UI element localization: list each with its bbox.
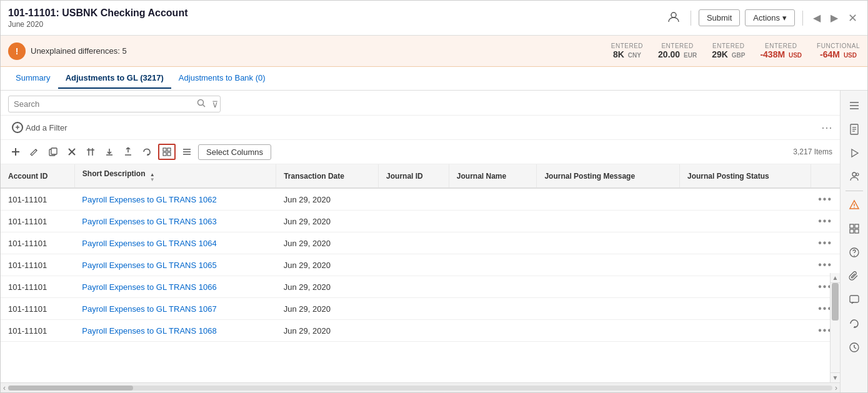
sort-down-icon: ▼ <box>150 177 155 182</box>
cell-row-actions[interactable]: ••• <box>811 211 840 232</box>
column-manage-button[interactable] <box>83 145 98 159</box>
alert-content: ! Unexplained differences: 5 <box>8 42 127 60</box>
metric-usd-functional: FUNCTIONAL -64M USD <box>817 42 860 59</box>
table-row: 101-11101Payroll Expenses to GL TRANS 10… <box>1 188 840 211</box>
tab-summary[interactable]: Summary <box>8 68 58 89</box>
sidebar-grid-settings-icon-btn[interactable] <box>844 219 864 239</box>
cell-account-id: 101-11101 <box>1 188 74 211</box>
right-sidebar <box>840 91 867 392</box>
add-button[interactable] <box>8 145 23 159</box>
vscroll-area: ▲ ▼ <box>830 273 840 382</box>
sidebar-alert-icon-btn[interactable] <box>844 195 864 215</box>
table-row: 101-11101Payroll Expenses to GL TRANS 10… <box>1 276 840 298</box>
filter-icon-button[interactable]: ⊽ <box>212 99 218 109</box>
svg-point-1 <box>198 100 204 106</box>
col-journal-posting-status[interactable]: Journal Posting Status <box>679 164 811 188</box>
submit-button[interactable]: Submit <box>699 9 740 26</box>
cell-short-desc[interactable]: Payroll Expenses to GL TRANS 1063 <box>74 211 276 232</box>
vscroll-track <box>831 283 840 372</box>
svg-rect-15 <box>163 148 166 151</box>
col-transaction-date[interactable]: Transaction Date <box>276 164 379 188</box>
grid-view-active-button[interactable] <box>158 144 176 160</box>
sidebar-play-icon-btn[interactable] <box>844 143 864 163</box>
sidebar-comment-icon-btn[interactable] <box>844 290 864 310</box>
tabs-bar: Summary Adjustments to GL (3217) Adjustm… <box>1 67 867 91</box>
cell-row-actions[interactable]: ••• <box>811 232 840 254</box>
cell-journal-id <box>379 188 449 211</box>
sidebar-attachment-icon-btn[interactable] <box>844 266 864 286</box>
import-button[interactable] <box>102 145 117 159</box>
cell-journal-posting-status <box>679 188 811 211</box>
list-view-button[interactable] <box>179 145 194 159</box>
sidebar-help-icon-btn[interactable] <box>844 242 864 262</box>
header-divider-2 <box>802 11 803 26</box>
table-scroll[interactable]: Account ID Short Description ▲ ▼ <box>1 164 840 382</box>
filter-more-icon[interactable]: ⋯ <box>821 121 832 134</box>
scroll-down-arrow[interactable]: ▼ <box>831 372 840 382</box>
refresh-button[interactable] <box>139 145 154 159</box>
scroll-up-arrow[interactable]: ▲ <box>831 273 840 283</box>
table-row: 101-11101Payroll Expenses to GL TRANS 10… <box>1 254 840 276</box>
edit-button[interactable] <box>27 145 42 159</box>
sidebar-list-icon-btn[interactable] <box>844 96 864 116</box>
cell-journal-id <box>379 232 449 254</box>
cell-short-desc[interactable]: Payroll Expenses to GL TRANS 1068 <box>74 320 276 342</box>
actions-button[interactable]: Actions ▾ <box>745 9 795 26</box>
export-button[interactable] <box>121 145 136 159</box>
delete-button[interactable] <box>64 145 79 159</box>
metric-usd-entered: ENTERED -438M USD <box>760 42 802 59</box>
hscroll-thumb[interactable] <box>8 386 133 391</box>
sidebar-refresh-icon-btn[interactable] <box>844 314 864 334</box>
cell-account-id: 101-11101 <box>1 211 74 232</box>
cell-short-desc[interactable]: Payroll Expenses to GL TRANS 1067 <box>74 298 276 320</box>
svg-rect-40 <box>850 296 859 302</box>
actions-chevron-icon: ▾ <box>782 13 787 22</box>
scroll-left-arrow[interactable]: ‹ <box>3 384 6 392</box>
page-title: 101-11101: USBNK Checking Account <box>8 7 188 19</box>
svg-rect-34 <box>850 224 854 228</box>
cell-short-desc[interactable]: Payroll Expenses to GL TRANS 1064 <box>74 232 276 254</box>
add-filter-plus-icon: + <box>12 122 23 133</box>
cell-short-desc[interactable]: Payroll Expenses to GL TRANS 1065 <box>74 254 276 276</box>
sidebar-group-icon-btn[interactable] <box>844 167 864 187</box>
search-input[interactable] <box>8 96 221 112</box>
action-toolbar: Select Columns 3,217 Items <box>1 140 840 164</box>
cell-transaction-date: Jun 29, 2020 <box>276 211 379 232</box>
cell-transaction-date: Jun 29, 2020 <box>276 298 379 320</box>
col-short-desc[interactable]: Short Description ▲ ▼ <box>74 164 276 188</box>
add-filter-button[interactable]: + Add a Filter <box>8 119 71 136</box>
col-journal-name[interactable]: Journal Name <box>449 164 537 188</box>
select-columns-button[interactable]: Select Columns <box>198 144 271 160</box>
col-journal-id[interactable]: Journal ID <box>379 164 449 188</box>
svg-rect-7 <box>51 148 57 154</box>
sidebar-report-icon-btn[interactable] <box>844 119 864 139</box>
cell-transaction-date: Jun 29, 2020 <box>276 188 379 211</box>
cell-row-actions[interactable]: ••• <box>811 188 840 211</box>
nav-prev-button[interactable]: ◀ <box>811 11 823 25</box>
col-journal-posting-msg[interactable]: Journal Posting Message <box>537 164 680 188</box>
cell-journal-name <box>449 254 537 276</box>
cell-journal-posting-msg <box>537 232 680 254</box>
copy-button[interactable] <box>46 145 61 159</box>
close-button[interactable]: ✕ <box>846 10 860 26</box>
tab-adjustments-bank[interactable]: Adjustments to Bank (0) <box>171 68 273 89</box>
sidebar-clock-icon-btn[interactable] <box>844 337 864 357</box>
horizontal-scrollbar[interactable]: ‹ › <box>1 382 840 392</box>
scroll-right-arrow[interactable]: › <box>835 384 837 392</box>
cell-short-desc[interactable]: Payroll Expenses to GL TRANS 1066 <box>74 276 276 298</box>
col-account-id[interactable]: Account ID <box>1 164 74 188</box>
svg-rect-17 <box>163 152 166 156</box>
tab-adjustments-gl[interactable]: Adjustments to GL (3217) <box>58 68 171 89</box>
cell-journal-posting-msg <box>537 188 680 211</box>
cell-journal-id <box>379 320 449 342</box>
cell-transaction-date: Jun 29, 2020 <box>276 254 379 276</box>
vscroll-thumb[interactable] <box>832 283 839 321</box>
table-row: 101-11101Payroll Expenses to GL TRANS 10… <box>1 211 840 232</box>
search-icon-button[interactable] <box>197 99 206 109</box>
col-actions-header <box>811 164 840 188</box>
data-table-container: Account ID Short Description ▲ ▼ <box>1 164 840 392</box>
cell-journal-posting-msg <box>537 320 680 342</box>
nav-next-button[interactable]: ▶ <box>828 11 841 25</box>
cell-short-desc[interactable]: Payroll Expenses to GL TRANS 1062 <box>74 188 276 211</box>
user-icon-btn[interactable] <box>664 7 683 29</box>
